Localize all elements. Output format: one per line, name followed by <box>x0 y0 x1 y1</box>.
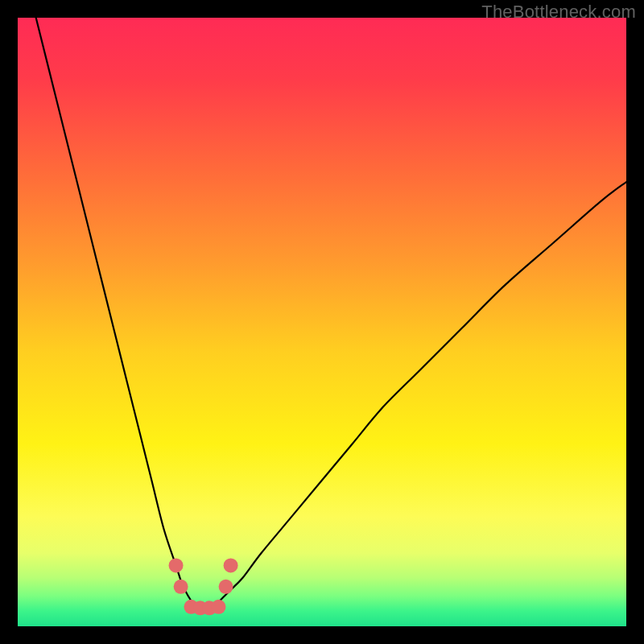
marker-dot <box>224 558 238 572</box>
marker-dot <box>219 580 233 594</box>
marker-dot <box>169 558 184 572</box>
chart-frame <box>18 18 626 626</box>
bottleneck-curve <box>36 18 626 609</box>
marker-dot <box>174 580 188 594</box>
watermark-text: TheBottleneck.com <box>481 2 636 23</box>
marker-dot <box>211 600 225 614</box>
chart-plot <box>18 18 626 626</box>
optimal-zone-markers <box>169 558 238 615</box>
